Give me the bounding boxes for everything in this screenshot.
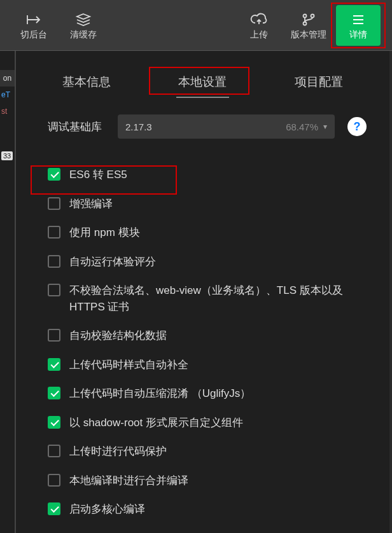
checkbox-auto-struct[interactable] xyxy=(48,329,60,342)
check-label-merge: 本地编译时进行合并编译 xyxy=(69,473,367,489)
debug-lib-select[interactable]: 2.17.3 68.47% ▾ xyxy=(118,114,335,139)
tab-project-config[interactable]: 项目配置 xyxy=(286,70,352,98)
checkbox-multicore[interactable] xyxy=(48,502,60,515)
layers-icon xyxy=(75,10,92,29)
check-label-protect: 上传时进行代码保护 xyxy=(69,443,367,460)
check-label-shadow-root: 以 shadow-root 形式展示自定义组件 xyxy=(69,415,367,431)
check-label-enhanced: 增强编译 xyxy=(69,196,367,212)
svg-point-1 xyxy=(304,22,307,25)
chevron-down-icon: ▾ xyxy=(323,122,327,131)
checkbox-auto-eval[interactable] xyxy=(48,255,60,268)
checkbox-no-check-domain[interactable] xyxy=(48,284,60,296)
debug-lib-label: 调试基础库 xyxy=(48,120,105,134)
debug-lib-percent: 68.47% xyxy=(286,121,318,132)
svg-point-2 xyxy=(311,14,314,17)
details-label: 详情 xyxy=(349,29,367,41)
switch-back-button[interactable]: 切后台 xyxy=(11,5,56,46)
debug-lib-version: 2.17.3 xyxy=(125,121,152,132)
version-mgmt-label: 版本管理 xyxy=(291,29,326,41)
check-auto-eval[interactable]: 自动运行体验评分 xyxy=(48,247,367,277)
check-label-auto-style: 上传代码时样式自动补全 xyxy=(69,357,367,373)
tab-bar: 基本信息 本地设置 项目配置 xyxy=(16,51,389,98)
checkbox-protect[interactable] xyxy=(48,445,60,457)
upload-button[interactable]: 上传 xyxy=(237,5,281,46)
clear-cache-button[interactable]: 清缓存 xyxy=(61,5,106,46)
upload-label: 上传 xyxy=(250,29,268,41)
debug-lib-row: 调试基础库 2.17.3 68.47% ▾ ? xyxy=(48,114,367,139)
check-shadow-root[interactable]: 以 shadow-root 形式展示自定义组件 xyxy=(48,408,367,438)
check-auto-struct[interactable]: 自动校验结构化数据 xyxy=(48,321,367,350)
check-label-uglify: 上传代码时自动压缩混淆 （UglifyJs） xyxy=(69,385,367,402)
check-label-no-check-domain: 不校验合法域名、web-view（业务域名）、TLS 版本以及 HTTPS 证书 xyxy=(69,282,367,315)
details-button[interactable]: 详情 xyxy=(336,5,381,46)
check-list: ES6 转 ES5增强编译使用 npm 模块自动运行体验评分不校验合法域名、we… xyxy=(16,160,389,533)
check-label-auto-eval: 自动运行体验评分 xyxy=(69,254,367,270)
editor-gutter: on eT st 33 xyxy=(0,51,15,533)
branch-icon xyxy=(301,10,316,29)
help-button[interactable]: ? xyxy=(347,117,367,136)
version-mgmt-button[interactable]: 版本管理 xyxy=(286,5,331,46)
check-label-auto-struct: 自动校验结构化数据 xyxy=(69,328,367,344)
check-no-check-domain[interactable]: 不校验合法域名、web-view（业务域名）、TLS 版本以及 HTTPS 证书 xyxy=(48,276,367,321)
check-label-multicore: 启动多核心编译 xyxy=(69,501,367,518)
check-multicore[interactable]: 启动多核心编译 xyxy=(48,495,367,524)
check-label-npm: 使用 npm 模块 xyxy=(69,225,367,241)
settings-panel: 基本信息 本地设置 项目配置 调试基础库 2.17.3 68.47% ▾ ? E… xyxy=(15,51,389,533)
switch-back-label: 切后台 xyxy=(20,29,47,41)
check-enhanced[interactable]: 增强编译 xyxy=(48,190,367,219)
check-auto-style[interactable]: 上传代码时样式自动补全 xyxy=(48,350,367,380)
menu-icon xyxy=(351,10,366,29)
check-protect[interactable]: 上传时进行代码保护 xyxy=(48,437,367,466)
clear-cache-label: 清缓存 xyxy=(70,29,97,41)
tab-local-settings[interactable]: 本地设置 xyxy=(169,70,235,98)
checkbox-es6[interactable] xyxy=(48,168,60,181)
checkbox-enhanced[interactable] xyxy=(48,197,60,210)
check-label-es6: ES6 转 ES5 xyxy=(69,167,367,183)
switch-back-icon xyxy=(25,10,42,29)
svg-point-0 xyxy=(304,14,307,17)
checkbox-auto-style[interactable] xyxy=(48,358,60,371)
tab-basic-info[interactable]: 基本信息 xyxy=(53,70,120,98)
check-uglify[interactable]: 上传代码时自动压缩混淆 （UglifyJs） xyxy=(48,379,367,408)
check-merge[interactable]: 本地编译时进行合并编译 xyxy=(48,466,367,495)
checkbox-shadow-root[interactable] xyxy=(48,416,60,429)
cloud-upload-icon xyxy=(250,10,268,29)
checkbox-merge[interactable] xyxy=(48,474,60,487)
check-npm[interactable]: 使用 npm 模块 xyxy=(48,218,367,247)
toolbar: 切后台 清缓存 上传 版本管理 详情 xyxy=(0,0,392,51)
checkbox-npm[interactable] xyxy=(48,226,60,239)
checkbox-uglify[interactable] xyxy=(48,387,60,399)
check-es6[interactable]: ES6 转 ES5 xyxy=(48,160,367,190)
